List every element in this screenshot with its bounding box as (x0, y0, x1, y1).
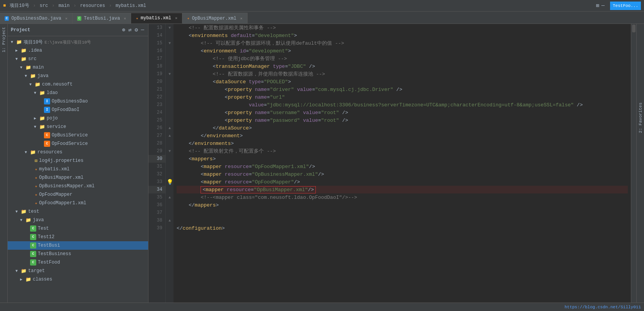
arrow-icon-main: ▼ (20, 66, 25, 70)
sidebar-tool-minimize[interactable]: — (140, 26, 145, 34)
fold-icon-39[interactable]: ▲ (169, 219, 171, 223)
sidebar-tool-sync[interactable]: ⇄ (128, 26, 132, 34)
tree-item-opbusinessdao[interactable]: ▶ I OpBusinessDao (8, 97, 148, 106)
tree-label-opfoodmapper: OpFoodMapper (39, 192, 72, 197)
tree-item-opbusinessmapper[interactable]: ▶ ✦ OpBusinessMapper.xml (8, 182, 148, 190)
tree-item-src[interactable]: ▼ 📁 src (8, 55, 148, 63)
tree-item-opbusiservice[interactable]: ▶ C OpBusiService (8, 131, 148, 140)
window-button-minimize[interactable]: — (602, 2, 605, 9)
code-line-28: </environments> (177, 140, 628, 147)
breadcrumb-main[interactable]: main (57, 2, 71, 9)
tab-close-opbusimapper[interactable]: ✕ (240, 16, 243, 21)
sidebar-tool-settings[interactable]: ⚙ (134, 26, 138, 34)
code-text-32: <mapper resource="OpBusinessMapper.xml"/… (177, 171, 324, 177)
ln-20: 20 (148, 78, 165, 86)
tree-item-target[interactable]: ▼ 📁 target (8, 267, 148, 275)
xml-icon-opbusimapper-tree: ✦ (35, 175, 37, 181)
code-line-18: <transactionManager type="JDBC" /> (177, 62, 628, 70)
code-text-20: <dataSource type="POOLED"> (177, 79, 291, 85)
tab-opbusimapper[interactable]: ✦ OpBusiMapper.xml ✕ (182, 13, 248, 24)
tree-item-log4j[interactable]: ▶ ⊞ log4j.properties (8, 156, 148, 165)
code-text-26: </dataSource> (177, 125, 252, 131)
testfood-tab[interactable]: TestFoo... (613, 3, 638, 8)
editor-tab-bar: C OpBusinessDao.java ✕ C TestBusi.java ✕… (0, 12, 644, 24)
tree-item-ldao[interactable]: ▼ 📁 ldao (8, 89, 148, 97)
vertical-scrollbar[interactable] (631, 24, 636, 303)
code-text-14: <environments default="development"> (177, 33, 297, 39)
tree-label-service: service (47, 124, 66, 129)
tree-item-opbusimapper[interactable]: ▶ ✦ OpBusiMapper.xml (8, 173, 148, 182)
tree-item-testbusiness[interactable]: ▶ C TestBusiness (8, 250, 148, 258)
sidebar-tool-add[interactable]: ⊕ (121, 26, 126, 34)
code-text-35: <!--<mapper class="com.neusoft.ldao.OpFo… (177, 195, 357, 200)
xml-icon-opfoodmapper-tree: ✦ (35, 192, 37, 198)
tree-item-test[interactable]: ▼ 📁 test (8, 207, 148, 216)
tree-item-opfooddaoi[interactable]: ▶ I OpFoodDaoI (8, 106, 148, 114)
tree-item-pojo[interactable]: ▶ 📁 pojo (8, 114, 148, 123)
arrow-spacer13: ▶ (25, 243, 29, 248)
breadcrumb-src[interactable]: src (38, 2, 50, 9)
src-folder-icon: 📁 (21, 56, 27, 62)
tree-item-opfoodmapper[interactable]: ▶ ✦ OpFoodMapper (8, 190, 148, 199)
tree-item-mybatis[interactable]: ▶ ✦ mybatis.xml (8, 165, 148, 173)
window-button-expand[interactable]: ⊞ (596, 2, 599, 9)
tree-item-main[interactable]: ▼ 📁 main (8, 63, 148, 72)
code-line-25: <property name="password" value="root" /… (177, 116, 628, 124)
tree-item-opfoodservice[interactable]: ▶ C OpFoodService (8, 140, 148, 148)
tree-item-classes[interactable]: ▶ 📁 classes (8, 275, 148, 284)
ln-38: 38 (148, 217, 165, 224)
arrow-icon-test: ▼ (15, 210, 20, 214)
ln-21: 21 (148, 86, 165, 93)
tree-item-idea[interactable]: ▶ 📁 .idea (8, 46, 148, 55)
arrow-icon-classes: ▶ (20, 277, 25, 282)
fold-icon-16[interactable]: ▼ (169, 41, 171, 45)
ln-25: 25 (148, 116, 165, 124)
tree-item-resources[interactable]: ▼ 📁 resources (8, 148, 148, 156)
tab-close-opbusinessdao[interactable]: ✕ (65, 16, 67, 21)
side-tab-project[interactable]: 1: Project (1, 25, 7, 54)
code-line-26: </dataSource> (177, 124, 628, 132)
tab-close-testbusi[interactable]: ✕ (124, 16, 126, 21)
code-content[interactable]: <!-- 配置数据源相关属性和事务 --> <environments defa… (174, 24, 631, 303)
arrow-spacer8: ▶ (29, 184, 34, 188)
bulb-icon-34[interactable]: 💡 (167, 179, 173, 185)
side-tab-favorites[interactable]: 2: Favorites (637, 101, 644, 134)
status-blog-link[interactable]: https://blog.csdn.net/Silly011 (565, 305, 641, 309)
breadcrumb-resources[interactable]: resources (79, 2, 107, 9)
fold-icon-14[interactable]: ▼ (169, 26, 171, 30)
fold-icon-20[interactable]: ▼ (169, 72, 171, 76)
breadcrumb-project[interactable]: 项目10号 (8, 2, 30, 10)
fold-icon-28[interactable]: ▲ (169, 134, 171, 138)
tree-item-root[interactable]: ▼ 📁 项目10号 E:\java项目\项目10号 (8, 38, 148, 46)
main-folder-icon: 📁 (25, 65, 31, 71)
tree-item-java[interactable]: ▼ 📁 java (8, 72, 148, 80)
ln-16: 16 (148, 47, 165, 55)
tree-label-opbusinessmapper: OpBusinessMapper.xml (39, 183, 94, 189)
tab-testbusi[interactable]: C TestBusi.java ✕ (72, 13, 131, 24)
ln-28: 28 (148, 140, 165, 147)
fold-icon-30[interactable]: ▼ (169, 149, 171, 153)
tree-item-testfood[interactable]: ▶ C TestFood (8, 258, 148, 267)
gutter-32 (166, 163, 174, 170)
tab-close-mybatis[interactable]: ✕ (175, 16, 177, 20)
breadcrumb-file[interactable]: mybatis.xml (114, 2, 148, 9)
gutter-21 (166, 78, 174, 86)
tree-item-service[interactable]: ▼ 📁 service (8, 123, 148, 131)
tree-item-opfoodmapper1[interactable]: ▶ ✦ OpFoodMapper1.xml (8, 199, 148, 207)
fold-icon-27[interactable]: ▲ (169, 126, 171, 130)
tree-item-test-class[interactable]: ▶ C Test (8, 224, 148, 233)
tree-label-mybatis: mybatis.xml (39, 166, 69, 172)
code-line-30: <mappers> (177, 155, 628, 163)
code-editor[interactable]: 13 14 15 16 17 18 19 20 21 22 23 24 25 2… (148, 24, 636, 303)
tree-item-testbusi[interactable]: ▶ C TestBusi (8, 241, 148, 250)
gutter-18 (166, 55, 174, 62)
tab-mybatis[interactable]: ✦ mybatis.xml ✕ (131, 13, 182, 24)
fold-icon-36[interactable]: ▲ (169, 195, 171, 200)
tree-item-test12[interactable]: ▶ C Test12 (8, 233, 148, 241)
code-text-15: <!-- 可以配置多个数据源环境，默认使用default中的值 --> (177, 40, 344, 47)
tab-opbusinessdao[interactable]: C OpBusinessDao.java ✕ (0, 13, 72, 24)
tree-item-test-java[interactable]: ▼ 📁 java (8, 216, 148, 224)
tree-item-comneusoft[interactable]: ▼ 📁 com.neusoft (8, 80, 148, 89)
code-line-36: </mappers> (177, 201, 628, 209)
xml-icon-opbusinessmapper-tree: ✦ (35, 183, 37, 189)
